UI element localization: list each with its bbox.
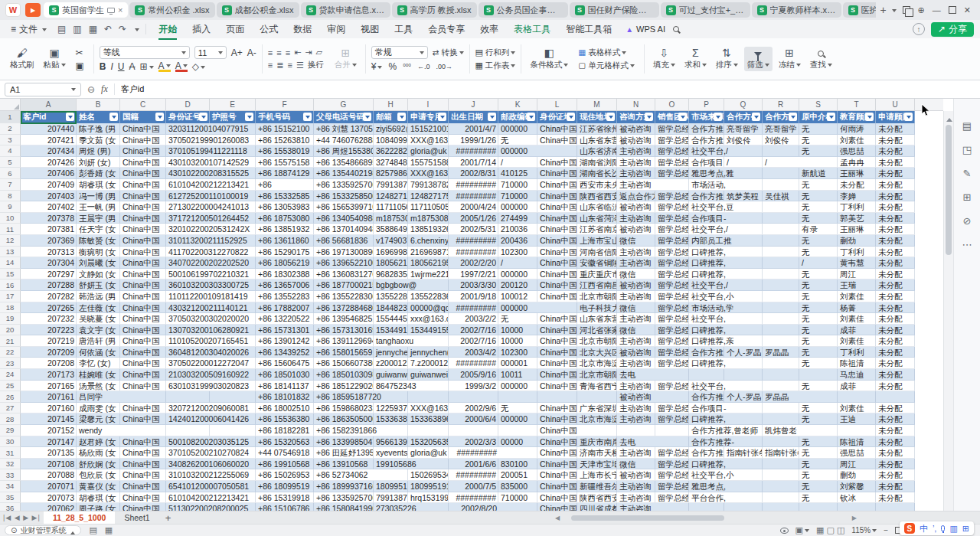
cell[interactable]: +86 13910568 (314, 459, 374, 470)
cell[interactable]: China中国 (537, 123, 577, 135)
save-icon[interactable]: ▤ (57, 24, 66, 34)
cell[interactable]: 主动咨询 (617, 481, 655, 492)
cell[interactable]: 返点合作方 (617, 191, 655, 202)
cell[interactable]: 合作方推荐 (689, 391, 724, 403)
cell[interactable] (724, 224, 763, 235)
row-number-23[interactable]: 23 (0, 358, 21, 369)
cell[interactable]: 去电 (617, 369, 655, 381)
format-painter-button[interactable]: 🖌格式刷 (7, 47, 38, 71)
cell[interactable]: 吴佳祺 (763, 191, 799, 202)
cell[interactable]: China中国 (120, 279, 166, 291)
cell[interactable] (799, 369, 838, 381)
cell[interactable] (763, 369, 799, 381)
cell[interactable]: 陕西省西安 (577, 492, 617, 504)
eye-protect-icon[interactable] (780, 528, 789, 534)
cell[interactable]: / (763, 157, 799, 168)
cell[interactable]: 207165 (21, 381, 77, 392)
cell[interactable] (498, 425, 537, 436)
cell[interactable]: 成雨雯 (女 (77, 403, 120, 414)
column-header-T[interactable]: T (838, 99, 876, 110)
cell[interactable]: 207421 (21, 135, 77, 146)
cell[interactable]: 合作方推荐 (689, 447, 724, 459)
cell[interactable]: 未分配 (876, 257, 915, 269)
column-header-O[interactable]: O (655, 99, 689, 110)
cell[interactable]: 122593794 (374, 403, 408, 414)
cell[interactable]: 未分配 (876, 481, 915, 492)
cell[interactable] (120, 391, 166, 403)
wrap-text-button[interactable]: 换行 (308, 60, 324, 70)
cell[interactable]: 江苏省徐州 (577, 123, 617, 135)
cell[interactable]: 135522836 (408, 291, 449, 302)
cell[interactable]: +86 1372884680 (314, 302, 374, 314)
cell[interactable]: 无 (799, 191, 838, 202)
cell[interactable]: China中国 (537, 247, 577, 258)
cell[interactable]: +86 1598680233 (314, 403, 374, 414)
cell[interactable] (374, 425, 408, 436)
header-cell[interactable]: 姓名 (77, 111, 120, 123)
cell[interactable]: China中国 (537, 436, 577, 448)
cell[interactable]: 无 (498, 135, 537, 146)
filter-dropdown-icon[interactable] (488, 113, 496, 121)
cell[interactable]: 丁利利 (838, 247, 876, 258)
cell[interactable]: 864752343 (374, 381, 408, 392)
cell[interactable]: 210036 (498, 224, 537, 235)
cell[interactable] (210, 135, 256, 146)
cell[interactable]: 北京大兴区 (577, 347, 617, 358)
cell[interactable]: ######### (449, 492, 498, 504)
cell[interactable]: 155751588 (408, 157, 449, 168)
cell[interactable]: +86 15290175 (256, 247, 314, 258)
cell[interactable] (210, 313, 256, 325)
cell[interactable]: +86 1582391866 (314, 425, 374, 436)
cell[interactable]: 无 (799, 481, 838, 492)
print-icon[interactable]: ▥ (73, 24, 81, 34)
cell[interactable] (724, 436, 763, 448)
menu-tab-审阅[interactable]: 审阅 (319, 21, 353, 38)
cell[interactable] (408, 381, 449, 392)
sum-button[interactable]: Σ求和 (681, 47, 710, 71)
cell[interactable]: 358864913 (374, 224, 408, 235)
cell[interactable]: 去电 (617, 436, 655, 448)
cell[interactable]: 2002/9/6 (449, 403, 498, 414)
cell[interactable]: 271302200004241013 (166, 201, 210, 213)
column-header-G[interactable]: G (314, 99, 374, 110)
cell[interactable] (763, 459, 799, 470)
hscroll-thumb[interactable] (571, 515, 724, 521)
cell[interactable]: +86 1899937166 (314, 481, 374, 492)
filter-dropdown-icon[interactable] (363, 113, 371, 121)
cell[interactable]: 未分配 (876, 358, 915, 369)
scroll-right-icon[interactable]: ▶ (850, 515, 859, 521)
sogou-logo-icon[interactable]: S (904, 523, 915, 534)
add-sheet-button[interactable]: + (159, 512, 178, 524)
cell[interactable] (689, 503, 724, 511)
cell[interactable] (763, 247, 799, 258)
cell[interactable]: 留学总经办 (655, 313, 689, 325)
cell[interactable]: 陈祖清 (838, 358, 876, 369)
cell[interactable]: 2002/2/20 (449, 257, 498, 269)
close-button[interactable]: ✕ (964, 5, 971, 15)
cell[interactable]: China中国 (537, 135, 577, 146)
cell[interactable]: 未分配 (838, 179, 876, 191)
cell[interactable]: 654101200007050581 (166, 481, 210, 492)
cell[interactable]: 825798695 (374, 168, 408, 179)
cell[interactable]: China中国 (537, 279, 577, 291)
document-tab[interactable]: S英国留学生× (44, 2, 128, 18)
cell[interactable]: 无 (799, 347, 838, 358)
cell[interactable] (210, 291, 256, 302)
filter-dropdown-icon[interactable] (606, 113, 615, 121)
cell[interactable] (498, 447, 537, 459)
cell[interactable] (655, 391, 689, 403)
cell[interactable]: +86 18874129 (256, 168, 314, 179)
cell[interactable]: 刘素佳 (838, 135, 876, 146)
cell[interactable]: 207160 (21, 403, 77, 414)
cell[interactable]: 主动咨询 (617, 503, 655, 511)
select-all-corner[interactable] (0, 99, 21, 110)
cell[interactable]: 丁利利 (838, 201, 876, 213)
cell[interactable]: 有录 (799, 224, 838, 235)
row-number-12[interactable]: 12 (0, 235, 21, 247)
cell[interactable] (408, 425, 449, 436)
cell[interactable]: 799138782 (374, 179, 408, 191)
cell[interactable]: 王丽琳 (838, 168, 876, 179)
cell[interactable]: 河北省张家 (577, 325, 617, 336)
cell[interactable]: China中国 (120, 135, 166, 146)
paste-button[interactable]: ▣粘贴 (41, 47, 69, 71)
